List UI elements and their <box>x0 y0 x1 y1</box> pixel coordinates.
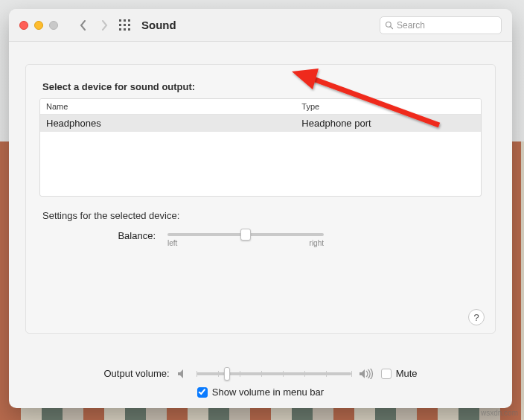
mute-checkbox[interactable]: Mute <box>381 368 418 379</box>
minimize-icon[interactable] <box>34 21 43 30</box>
balance-label: Balance: <box>42 229 167 241</box>
table-empty-area <box>40 132 481 196</box>
svg-rect-7 <box>124 28 126 31</box>
device-type: Headphone port <box>295 115 481 132</box>
speaker-high-icon <box>359 369 374 379</box>
svg-line-10 <box>391 26 393 28</box>
balance-slider[interactable] <box>167 233 324 236</box>
svg-rect-8 <box>128 28 130 31</box>
checkbox-icon <box>197 387 208 398</box>
volume-slider-thumb[interactable] <box>224 367 230 381</box>
svg-rect-2 <box>128 19 130 22</box>
speaker-low-icon <box>177 369 189 379</box>
syspref-window: Sound Sound Effects Output Input Select … <box>9 9 512 408</box>
svg-rect-5 <box>128 24 130 26</box>
table-header: Name Type <box>40 99 481 115</box>
back-button[interactable] <box>73 15 94 36</box>
output-panel: Select a device for sound output: Name T… <box>25 64 496 334</box>
output-volume-slider[interactable] <box>196 372 351 375</box>
show-all-icon[interactable] <box>119 19 131 31</box>
settings-label: Settings for the selected device: <box>26 197 495 226</box>
select-device-label: Select a device for sound output: <box>26 71 495 98</box>
output-volume-label: Output volume: <box>103 368 169 379</box>
show-volume-menubar-checkbox[interactable]: Show volume in menu bar <box>197 386 324 398</box>
forward-button[interactable] <box>94 15 115 36</box>
svg-rect-3 <box>119 24 121 26</box>
balance-row: Balance: left right <box>26 226 495 247</box>
window-title: Sound <box>141 19 176 31</box>
zoom-icon[interactable] <box>49 21 58 30</box>
table-row[interactable]: Headphones Headphone port <box>40 115 481 132</box>
balance-slider-thumb[interactable] <box>240 229 251 241</box>
search-input[interactable] <box>397 20 508 31</box>
close-icon[interactable] <box>19 21 28 30</box>
help-button[interactable]: ? <box>468 309 485 325</box>
titlebar: Sound <box>9 9 512 42</box>
svg-rect-4 <box>124 24 126 26</box>
svg-rect-0 <box>119 19 121 22</box>
search-field[interactable] <box>380 16 502 34</box>
watermark: wsxdn.com <box>481 409 518 417</box>
window-controls <box>19 21 58 30</box>
svg-rect-1 <box>124 19 126 22</box>
svg-rect-6 <box>119 28 121 31</box>
device-name: Headphones <box>40 115 295 132</box>
device-table: Name Type Headphones Headphone port <box>39 98 482 197</box>
col-type[interactable]: Type <box>295 99 481 114</box>
balance-left-label: left <box>167 239 177 247</box>
balance-right-label: right <box>310 239 324 247</box>
col-name[interactable]: Name <box>40 99 295 114</box>
mute-label: Mute <box>396 368 418 379</box>
footer: Output volume: Mute Show volume in menu … <box>9 368 512 398</box>
show-volume-menubar-label: Show volume in menu bar <box>212 386 324 398</box>
checkbox-icon <box>381 369 392 379</box>
search-icon <box>385 21 394 30</box>
